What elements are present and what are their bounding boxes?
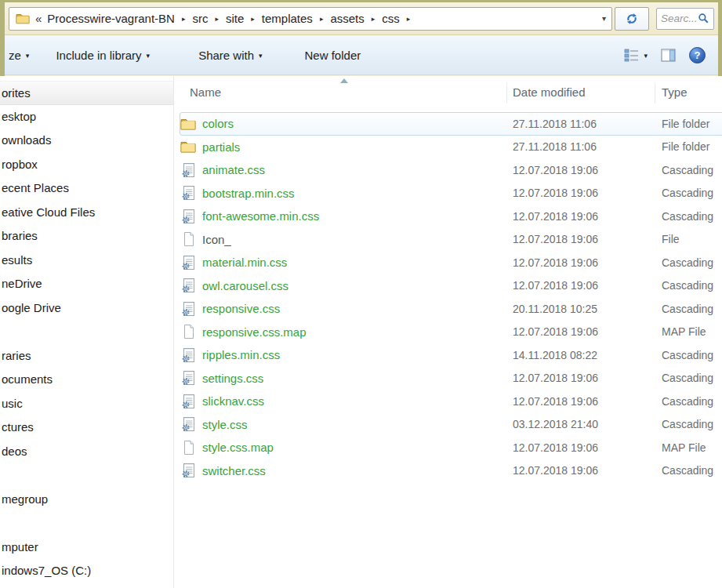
sidebar-spacer [0, 463, 173, 488]
css-file-icon [180, 162, 196, 178]
views-icon [624, 48, 639, 62]
help-button[interactable]: ? [689, 47, 706, 64]
date-modified-cell: 20.11.2018 10:25 [507, 303, 656, 315]
css-file-icon [180, 347, 196, 363]
sidebar-item-ctures[interactable]: ctures [0, 416, 173, 440]
file-name-label: slicknav.css [202, 394, 264, 408]
table-row[interactable]: ripples.min.css14.11.2018 08:22Cascading [174, 343, 722, 367]
file-name-label: responsive.css.map [202, 325, 307, 339]
column-separator[interactable] [655, 83, 655, 103]
preview-pane-button[interactable] [661, 49, 676, 62]
column-separator[interactable] [506, 83, 507, 103]
breadcrumb-segment[interactable]: templates [262, 12, 313, 25]
table-row[interactable]: slicknav.css12.07.2018 19:06Cascading [174, 390, 722, 413]
sidebar-item-ropbox[interactable]: ropbox [0, 153, 173, 177]
toolbar-item-ze[interactable]: ze▾ [9, 49, 29, 62]
table-row[interactable]: style.css03.12.2018 21:40Cascading [174, 413, 722, 437]
css-file-icon [180, 370, 196, 386]
file-name-cell: style.css.map [174, 440, 507, 456]
change-view-button[interactable]: ▾ [624, 48, 648, 62]
toolbar-item-include-in-library[interactable]: Include in library▾ [56, 49, 150, 62]
table-row[interactable]: switcher.css12.07.2018 19:06Cascading [174, 459, 722, 483]
breadcrumb-segment[interactable]: Processwire-vagrant-BN [47, 12, 175, 25]
table-row[interactable]: responsive.css.map12.07.2018 19:06MAP Fi… [174, 321, 722, 344]
sidebar-item-deos[interactable]: deos [0, 440, 173, 464]
sidebar-item-usic[interactable]: usic [0, 392, 173, 416]
table-row[interactable]: responsive.css20.11.2018 10:25Cascading [174, 297, 722, 321]
toolbar-item-label: Share with [198, 49, 254, 62]
breadcrumb-segment[interactable]: css [382, 12, 400, 25]
sidebar-item-orites[interactable]: orites [0, 81, 173, 105]
window-top-chrome: « Processwire-vagrant-BN▸src▸site▸templa… [0, 0, 722, 76]
breadcrumb-separator-icon: ▸ [215, 15, 219, 23]
sidebar-item-ecent-places[interactable]: ecent Places [0, 176, 173, 201]
file-type-cell: Cascading [656, 187, 722, 199]
sidebar-item-ocuments[interactable]: ocuments [0, 368, 173, 392]
search-input[interactable]: Searc... [656, 8, 714, 30]
file-name-label: style.css [202, 418, 248, 431]
table-row[interactable]: partials27.11.2018 11:06File folder [174, 136, 722, 159]
sidebar-item-raries[interactable]: raries [0, 344, 173, 368]
table-row[interactable]: colors27.11.2018 11:06File folder [174, 112, 722, 136]
command-toolbar: ze▾Include in library▾Share with▾New fol… [5, 35, 718, 75]
sidebar-spacer [0, 320, 173, 344]
file-name-cell: responsive.css [174, 301, 507, 317]
chevron-down-icon: ▾ [147, 52, 151, 60]
table-row[interactable]: settings.css12.07.2018 19:06Cascading [174, 367, 722, 390]
file-icon [180, 440, 196, 456]
sidebar-item-eative-cloud-files[interactable]: eative Cloud Files [0, 201, 173, 225]
css-file-icon [180, 394, 196, 409]
file-name-cell: colors [174, 116, 507, 132]
column-header-name[interactable]: Name [174, 85, 507, 99]
breadcrumb-separator-icon: ▸ [182, 15, 186, 23]
sidebar-item-indows7-os-c-[interactable]: indows7_OS (C:) [0, 559, 173, 583]
refresh-button[interactable] [615, 7, 649, 31]
table-row[interactable]: owl.carousel.css12.07.2018 19:06Cascadin… [174, 274, 722, 298]
toolbar-item-share-with[interactable]: Share with▾ [198, 49, 262, 62]
file-name-cell: Icon_ [174, 231, 507, 247]
toolbar-item-new-folder[interactable]: New folder [305, 49, 361, 62]
navigation-pane: oritesesktopownloadsropboxecent Placesea… [0, 76, 174, 588]
sidebar-item-mputer[interactable]: mputer [0, 535, 173, 560]
table-row[interactable]: Icon_12.07.2018 19:06File [174, 228, 722, 252]
explorer-content: oritesesktopownloadsropboxecent Placesea… [0, 76, 722, 588]
table-row[interactable]: animate.css12.07.2018 19:06Cascading [174, 158, 722, 182]
refresh-icon [625, 12, 639, 26]
help-question-glyph: ? [695, 49, 701, 61]
table-row[interactable]: material.min.css12.07.2018 19:06Cascadin… [174, 251, 722, 274]
toolbar-item-label: ze [9, 49, 21, 62]
sidebar-item-esktop[interactable]: esktop [0, 105, 173, 129]
date-modified-cell: 12.07.2018 19:06 [507, 233, 656, 245]
sidebar-item-esults[interactable]: esults [0, 249, 173, 273]
file-type-cell: Cascading [656, 418, 722, 430]
sidebar-item-oogle-drive[interactable]: oogle Drive [0, 296, 173, 321]
sidebar-item-braries[interactable]: braries [0, 224, 173, 249]
breadcrumb-separator-icon: ▸ [251, 15, 255, 23]
breadcrumb-segment[interactable]: site [226, 12, 244, 25]
file-list-pane: Name Date modified Type colors27.11.2018… [174, 76, 722, 588]
breadcrumb-overflow-button[interactable]: « [35, 12, 42, 25]
column-header-date-modified[interactable]: Date modified [507, 85, 656, 99]
file-type-cell: File folder [656, 140, 722, 153]
file-name-cell: switcher.css [174, 463, 507, 478]
column-header-type[interactable]: Type [656, 85, 722, 99]
table-row[interactable]: font-awesome.min.css12.07.2018 19:06Casc… [174, 205, 722, 228]
table-row[interactable]: bootstrap.min.css12.07.2018 19:06Cascadi… [174, 182, 722, 205]
breadcrumb-segment[interactable]: src [192, 12, 208, 25]
address-dropdown-chevron-icon[interactable]: ▾ [602, 14, 606, 23]
file-type-cell: Cascading [656, 279, 722, 292]
file-name-cell: animate.css [174, 162, 507, 178]
css-file-icon [180, 209, 196, 224]
sidebar-item-megroup[interactable]: megroup [0, 488, 173, 512]
file-name-label: font-awesome.min.css [202, 209, 319, 223]
address-field[interactable]: « Processwire-vagrant-BN▸src▸site▸templa… [9, 7, 612, 31]
css-file-icon [180, 463, 196, 478]
sidebar-item-nedrive[interactable]: neDrive [0, 272, 173, 296]
file-icon [180, 231, 196, 247]
sidebar-item-ownloads[interactable]: ownloads [0, 129, 173, 153]
file-name-label: Icon_ [202, 233, 231, 246]
breadcrumb-segment[interactable]: assets [330, 12, 364, 25]
file-name-label: owl.carousel.css [202, 279, 288, 292]
file-name-cell: font-awesome.min.css [174, 209, 507, 224]
table-row[interactable]: style.css.map12.07.2018 19:06MAP File [174, 436, 722, 459]
